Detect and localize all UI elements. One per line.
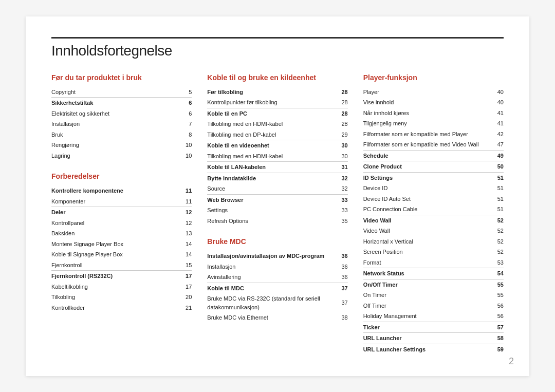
- toc-item-page: 11: [176, 196, 192, 207]
- section-title-mdc: Bruke MDC: [207, 237, 347, 246]
- table-row: Bruke MDC via Ethernet38: [207, 312, 347, 323]
- toc-item-label: Rengjøring: [51, 140, 172, 151]
- page-number: 2: [509, 356, 514, 367]
- toc-item-page: 5: [172, 87, 192, 98]
- toc-item-page: 56: [493, 301, 504, 311]
- toc-item-page: 15: [176, 260, 192, 271]
- toc-item-page: 47: [493, 139, 504, 150]
- toc-table-mdc: Installasjon/avinstallasjon av MDC-progr…: [207, 251, 347, 323]
- table-row: Settings33: [207, 205, 347, 216]
- toc-item-page: 54: [493, 268, 504, 279]
- toc-item-label: Montere Signage Player Box: [51, 239, 176, 250]
- toc-item-label: Lagring: [51, 151, 172, 161]
- table-row: Installasjon/avinstallasjon av MDC-progr…: [207, 251, 347, 262]
- toc-item-page: 32: [332, 173, 347, 183]
- table-row: Filformater som er kompatible med Video …: [363, 139, 504, 150]
- toc-item-label: Sikkerhetstiltak: [51, 98, 172, 108]
- table-row: Bruk8: [51, 129, 192, 140]
- toc-table-preparations: Kontrollere komponentene11Komponenter11D…: [51, 185, 192, 313]
- table-row: Network Status54: [363, 268, 504, 279]
- toc-item-label: Installasjon: [51, 119, 172, 129]
- toc-item-page: 37: [338, 293, 347, 312]
- table-row: Installasjon36: [207, 262, 347, 272]
- toc-item-label: Installasjon: [207, 262, 338, 272]
- table-row: Koble til Signage Player Box14: [51, 249, 192, 260]
- toc-item-label: ID Settings: [363, 172, 493, 183]
- toc-item-label: Kontrollpunkter før tilkobling: [207, 97, 332, 108]
- toc-columns: Før du tar produktet i bruk Copyright5Si…: [51, 73, 504, 366]
- toc-item-label: Koble til MDC: [207, 283, 338, 293]
- toc-item-label: Elektrisitet og sikkerhet: [51, 108, 172, 119]
- toc-item-label: On/Off Timer: [363, 279, 493, 290]
- table-row: Tilkobling med en HDMI-kabel30: [207, 151, 347, 162]
- toc-item-page: 51: [493, 183, 504, 194]
- toc-item-label: Refresh Options: [207, 216, 332, 227]
- table-row: Device ID51: [363, 183, 504, 194]
- toc-item-page: 40: [493, 97, 504, 108]
- table-row: Komponenter11: [51, 196, 192, 207]
- toc-table-player: Player40Vise innhold40Når innhold kjøres…: [363, 87, 504, 355]
- toc-item-label: On Timer: [363, 290, 493, 301]
- toc-item-page: 30: [332, 140, 347, 151]
- toc-item-label: Før tilkobling: [207, 87, 332, 98]
- toc-item-label: Vise innhold: [363, 97, 493, 108]
- toc-item-page: 35: [332, 216, 347, 227]
- table-row: Video Wall52: [363, 215, 504, 226]
- toc-item-page: 57: [493, 322, 504, 333]
- toc-item-page: 8: [172, 129, 192, 140]
- section-connect: Koble til og bruke en kildeenhet Før til…: [207, 73, 347, 227]
- toc-item-label: Horizontal x Vertical: [363, 236, 493, 247]
- toc-item-label: Bruke MDC via RS-232C (standard for seri…: [207, 293, 338, 312]
- table-row: Tilkobling med en HDMI-kabel28: [207, 119, 347, 129]
- toc-item-page: 56: [493, 311, 504, 322]
- toc-item-page: 32: [332, 183, 347, 194]
- toc-item-label: URL Launcher: [363, 333, 493, 344]
- toc-item-page: 6: [172, 98, 192, 108]
- toc-item-label: Koble til en PC: [207, 108, 332, 119]
- section-player: Player-funksjon Player40Vise innhold40Nå…: [363, 73, 504, 355]
- table-row: Rengjøring10: [51, 140, 192, 151]
- toc-item-label: Kontrollere komponentene: [51, 185, 176, 196]
- toc-item-page: 10: [172, 151, 192, 161]
- toc-item-label: Tilkobling med en DP-kabel: [207, 129, 332, 140]
- toc-item-page: 17: [176, 282, 192, 292]
- toc-item-label: Web Browser: [207, 194, 332, 205]
- section-title-before-use: Før du tar produktet i bruk: [51, 73, 192, 82]
- toc-item-label: Bruk: [51, 129, 172, 140]
- table-row: URL Launcher58: [363, 333, 504, 344]
- toc-item-page: 53: [493, 257, 504, 268]
- toc-item-page: 33: [332, 194, 347, 205]
- toc-item-page: 33: [332, 205, 347, 216]
- toc-item-page: 50: [493, 161, 504, 173]
- table-row: On Timer55: [363, 290, 504, 301]
- table-row: Montere Signage Player Box14: [51, 239, 192, 250]
- table-row: Holiday Management56: [363, 311, 504, 322]
- table-row: Kabeltilkobling17: [51, 282, 192, 292]
- table-row: Avinstallering36: [207, 272, 347, 283]
- toc-item-label: Clone Product: [363, 161, 493, 173]
- table-row: Vise innhold40: [363, 97, 504, 108]
- toc-item-label: Fjernkontroll: [51, 260, 176, 271]
- column-3: Player-funksjon Player40Vise innhold40Nå…: [363, 73, 504, 366]
- table-row: Filformater som er kompatible med Player…: [363, 129, 504, 140]
- toc-item-page: 51: [493, 204, 504, 215]
- toc-item-label: Player: [363, 87, 493, 98]
- table-row: URL Launcher Settings59: [363, 344, 504, 354]
- table-row: Ticker57: [363, 322, 504, 333]
- toc-item-page: 28: [332, 119, 347, 129]
- toc-item-label: Source: [207, 183, 332, 194]
- toc-item-label: Ticker: [363, 322, 493, 333]
- table-row: ID Settings51: [363, 172, 504, 183]
- page-title: Innholdsfortegnelse: [51, 43, 504, 59]
- toc-item-page: 28: [332, 87, 347, 98]
- toc-item-label: Fjernkontroll (RS232C): [51, 271, 176, 282]
- toc-item-page: 30: [332, 151, 347, 162]
- table-row: Koble til MDC37: [207, 283, 347, 293]
- table-row: Fjernkontroll (RS232C)17: [51, 271, 192, 282]
- table-row: Copyright5: [51, 87, 192, 98]
- toc-item-page: 52: [493, 247, 504, 257]
- toc-table-before-use: Copyright5Sikkerhetstiltak6Elektrisitet …: [51, 87, 192, 161]
- toc-item-page: 28: [332, 97, 347, 108]
- toc-item-label: Copyright: [51, 87, 172, 98]
- toc-table-connect: Før tilkobling28Kontrollpunkter før tilk…: [207, 87, 347, 227]
